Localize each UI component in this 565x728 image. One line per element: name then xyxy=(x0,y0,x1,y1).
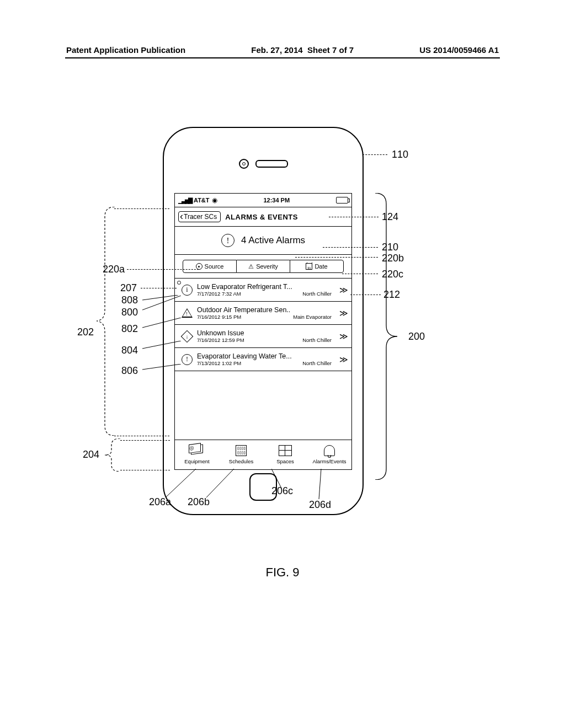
screen: ▁▃▅▇ AT&T ◉ 12:34 PM Tracer SCs ALARMS &… xyxy=(174,193,352,470)
spaces-icon xyxy=(279,445,292,456)
leader xyxy=(323,247,378,248)
svg-line-2 xyxy=(142,318,181,328)
alarm-row[interactable]: ↓ Unknown Issue 7/16/2012 12:59 PMNorth … xyxy=(175,325,351,348)
clock: 12:34 PM xyxy=(220,197,334,204)
status-bar: ▁▃▅▇ AT&T ◉ 12:34 PM xyxy=(175,194,351,207)
segment-severity[interactable]: ⚠Severity xyxy=(237,260,290,273)
leader-802 xyxy=(142,318,181,330)
page-title: ALARMS & EVENTS xyxy=(225,213,298,221)
alert-icon: ! xyxy=(221,234,234,247)
alarm-row[interactable]: ! Outdoor Air Temperature Sen.. 7/16/201… xyxy=(175,302,351,325)
chevron-right-icon: ≫ xyxy=(339,285,348,295)
header-rule xyxy=(65,57,500,58)
row-icon: ↓ xyxy=(182,331,193,342)
alarm-time: 7/17/2012 7:32 AM xyxy=(197,291,241,297)
callout-808: 808 xyxy=(121,295,138,306)
chevron-right-icon: ≫ xyxy=(339,308,348,318)
alarm-time: 7/16/2012 9:15 PM xyxy=(197,314,241,320)
callout-200: 200 xyxy=(408,331,425,342)
alarm-time: 7/13/2012 1:02 PM xyxy=(197,360,241,366)
brace-204 xyxy=(105,438,121,472)
leader xyxy=(295,257,378,258)
segment-source[interactable]: Source xyxy=(183,260,237,273)
unread-dot xyxy=(177,281,181,285)
leader-206d xyxy=(315,469,326,499)
leader xyxy=(127,269,199,270)
alarm-row[interactable]: i Low Evaporator Refrigerant T... 7/17/2… xyxy=(175,279,351,302)
callout-206a: 206a xyxy=(149,496,171,508)
svg-line-8 xyxy=(319,469,321,499)
leader xyxy=(329,217,379,217)
callout-202: 202 xyxy=(77,326,94,338)
callout-802: 802 xyxy=(121,323,138,335)
callout-206b: 206b xyxy=(188,496,210,508)
figure-caption: FIG. 9 xyxy=(0,565,565,580)
svg-line-6 xyxy=(206,469,234,497)
chevron-right-icon: ≫ xyxy=(339,355,348,365)
speaker-slot xyxy=(255,160,288,168)
tab-schedules[interactable]: ▯▯▯▯▯▯▯▯ Schedules xyxy=(219,440,263,469)
alarm-time: 7/16/2012 12:59 PM xyxy=(197,337,244,343)
svg-line-3 xyxy=(142,341,181,349)
svg-line-1 xyxy=(142,296,181,310)
back-button[interactable]: Tracer SCs xyxy=(178,211,221,222)
callout-206d: 206d xyxy=(309,499,331,511)
leader-800 xyxy=(142,296,181,312)
callout-806: 806 xyxy=(121,365,138,377)
leader-206a xyxy=(166,469,199,497)
chevron-right-icon: ≫ xyxy=(339,331,348,341)
publication-label: Patent Application Publication xyxy=(66,45,185,55)
leader xyxy=(141,288,177,288)
svg-line-5 xyxy=(166,469,196,497)
row-icon: i xyxy=(182,285,193,296)
alarm-title: Evaporator Leaving Water Te... xyxy=(197,352,335,360)
leader-206b xyxy=(206,469,235,497)
battery-icon xyxy=(336,197,348,204)
signal-icon: ▁▃▅▇ xyxy=(178,197,191,204)
leader xyxy=(363,154,387,155)
alarm-list: i Low Evaporator Refrigerant T... 7/17/2… xyxy=(175,279,351,440)
row-icon: ! xyxy=(182,308,193,319)
alarm-location: North Chiller xyxy=(302,360,332,366)
publication-date: Feb. 27, 2014 Sheet 7 of 7 xyxy=(251,45,354,55)
alarm-location: North Chiller xyxy=(302,291,332,297)
phone-sensors xyxy=(164,159,363,169)
row-icon: ! xyxy=(182,354,193,365)
camera-icon xyxy=(239,159,249,169)
active-alarms-text: 4 Active Alarms xyxy=(241,235,305,246)
tab-alarms-events[interactable]: Alarms/Events xyxy=(307,440,351,469)
callout-207: 207 xyxy=(120,282,137,294)
alarm-location: North Chiller xyxy=(302,337,332,343)
nav-header: Tracer SCs ALARMS & EVENTS xyxy=(175,207,351,227)
wifi-icon: ◉ xyxy=(212,196,217,204)
leader xyxy=(120,470,170,470)
figure-stage: ▁▃▅▇ AT&T ◉ 12:34 PM Tracer SCs ALARMS &… xyxy=(77,127,488,543)
active-alarms-banner: ! 4 Active Alarms xyxy=(175,227,351,255)
leader-806 xyxy=(142,364,181,372)
callout-204: 204 xyxy=(83,449,99,461)
equipment-icon xyxy=(191,444,203,454)
segment-date[interactable]: Date xyxy=(290,260,344,273)
alarm-location: Main Evaporator xyxy=(293,314,332,320)
leader xyxy=(120,440,170,441)
callout-800: 800 xyxy=(121,307,138,318)
page-header: Patent Application Publication Feb. 27, … xyxy=(66,45,499,55)
brace-202 xyxy=(97,207,116,436)
leader xyxy=(114,208,169,209)
alarm-row[interactable]: ! Evaporator Leaving Water Te... 7/13/20… xyxy=(175,348,351,371)
tab-bar: Equipment ▯▯▯▯▯▯▯▯ Schedules Spaces Alar… xyxy=(175,440,351,469)
alarm-title: Unknown Issue xyxy=(197,329,335,337)
svg-line-4 xyxy=(142,364,181,370)
tab-equipment[interactable]: Equipment xyxy=(175,440,219,469)
leader-804 xyxy=(142,341,181,351)
brace-200 xyxy=(372,193,406,480)
schedules-icon: ▯▯▯▯▯▯▯▯ xyxy=(236,445,246,456)
leader xyxy=(114,436,169,436)
sort-segmented-control: Source ⚠Severity Date xyxy=(175,255,351,279)
severity-icon: ⚠ xyxy=(248,263,254,270)
carrier-label: AT&T xyxy=(194,197,210,204)
bell-icon xyxy=(324,445,335,456)
callout-206c: 206c xyxy=(271,485,293,497)
callout-804: 804 xyxy=(121,345,138,356)
tab-spaces[interactable]: Spaces xyxy=(263,440,307,469)
